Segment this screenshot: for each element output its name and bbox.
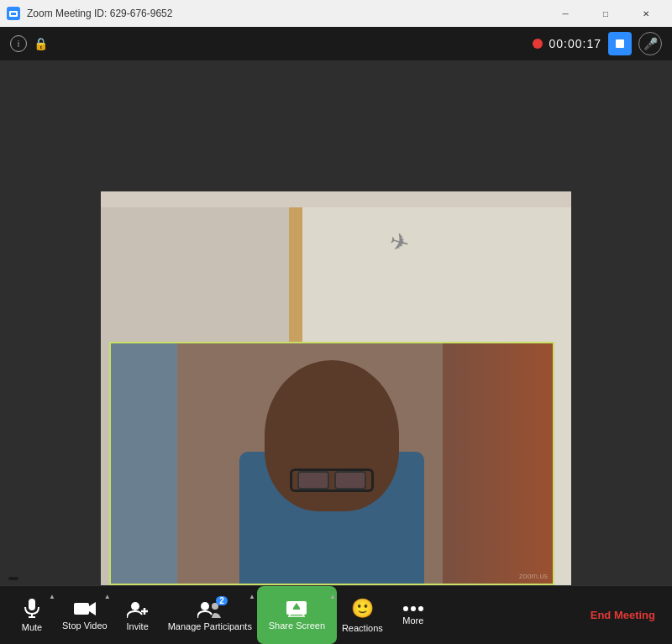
svg-marker-4 [89,602,96,615]
local-video-watermark: zoom.us [519,572,548,580]
meeting-timer: 00:00:17 [549,37,602,50]
svg-point-17 [403,606,408,611]
info-right: 00:00:17 🎤 [533,32,663,55]
local-video: zoom.us [109,342,554,585]
zoom-logo [7,7,20,20]
manage-participants-label: Manage Participants [168,621,252,631]
invite-button[interactable]: Invite [113,586,163,644]
title-bar: Zoom Meeting ID: 629-676-9652 ─ □ ✕ [0,0,672,27]
invite-label: Invite [126,621,148,631]
video-area: ✈ zoom.us [0,60,672,585]
info-icon[interactable]: i [10,35,27,52]
svg-rect-3 [74,603,89,615]
svg-rect-13 [293,608,300,610]
mute-button[interactable]: Mute ▲ [7,586,57,644]
svg-point-5 [131,602,139,610]
reactions-icon: 🙂 [351,598,374,620]
svg-rect-0 [29,599,35,610]
window-title: Zoom Meeting ID: 629-676-9652 [27,8,172,19]
room-bg-right [443,343,554,584]
title-bar-left: Zoom Meeting ID: 629-676-9652 [7,7,172,20]
glasses-left-lens [297,471,329,490]
minimize-button[interactable]: ─ [546,0,585,27]
header-mic-button[interactable]: 🎤 [638,32,662,55]
close-button[interactable]: ✕ [627,0,665,27]
maximize-button[interactable]: □ [586,0,625,27]
more-label: More [402,615,423,626]
mute-label: Mute [22,622,42,632]
invite-icon [127,599,149,618]
record-indicator [533,39,543,49]
remote-participant-name [8,577,18,580]
stop-video-label: Stop Video [62,620,108,631]
glasses-right-lens [334,471,366,490]
camera-icon [74,600,96,617]
meeting-info-bar: i 🔒 00:00:17 🎤 [0,27,672,60]
stop-video-button[interactable]: Stop Video ▲ [57,586,113,644]
room-bg-left [111,343,177,584]
remote-right-wall [571,207,672,585]
manage-participants-button[interactable]: 2 Manage Participants ▲ [163,586,257,644]
share-screen-label: Share Screen [269,620,325,631]
local-scene [111,343,553,584]
svg-point-19 [418,606,423,611]
mic-icon: 🎤 [643,37,658,50]
stop-icon [616,39,624,48]
more-button[interactable]: More [388,586,438,644]
window-controls: ─ □ ✕ [546,0,665,27]
mute-chevron-icon[interactable]: ▲ [49,593,55,600]
share-chevron-icon[interactable]: ▲ [329,593,336,600]
reactions-label: Reactions [342,623,383,633]
mic-toolbar-icon [24,599,40,619]
participant-count-badge: 2 [216,596,228,605]
lock-icon: 🔒 [34,37,48,50]
reactions-button[interactable]: 🙂 Reactions [337,586,388,644]
info-left: i 🔒 [10,35,48,52]
end-meeting-button[interactable]: End Meeting [580,602,665,628]
more-icon [403,605,423,612]
svg-point-18 [411,606,416,611]
svg-point-8 [201,602,209,610]
share-screen-icon [286,600,307,617]
participants-icon: 2 [197,599,223,618]
participants-chevron-icon[interactable]: ▲ [249,593,255,600]
remote-left-wall [0,207,101,585]
toolbar: Mute ▲ Stop Video ▲ Invite [0,585,672,644]
person-glasses [290,469,374,492]
stop-video-chevron-icon[interactable]: ▲ [104,593,111,600]
share-screen-button[interactable]: Share Screen ▲ [257,586,337,644]
stop-record-button[interactable] [608,32,632,55]
remote-ceiling [0,60,672,207]
